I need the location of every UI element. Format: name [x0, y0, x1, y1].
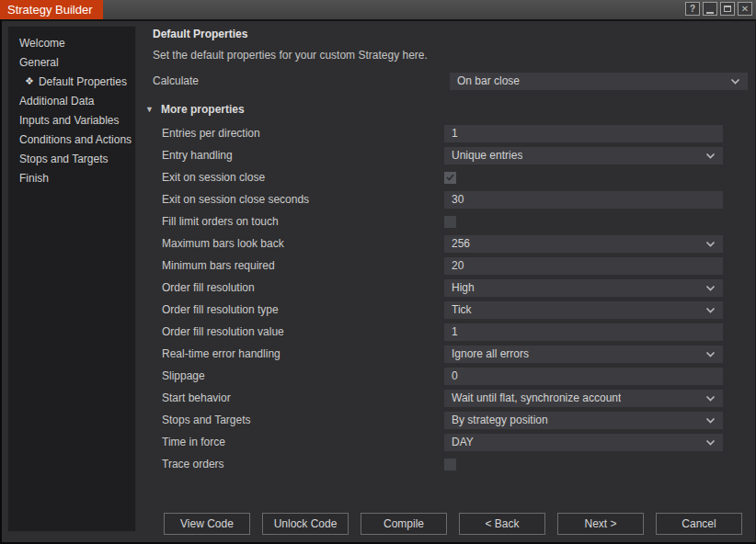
close-button[interactable]: ✕: [738, 2, 752, 16]
sidebar-item-label: Welcome: [19, 37, 65, 50]
maximum-bars-look-back-select[interactable]: 256: [444, 235, 723, 253]
order-fill-resolution-select[interactable]: High: [444, 279, 723, 297]
property-label: Entries per direction: [153, 127, 444, 140]
property-row: Real-time error handlingIgnore all error…: [153, 343, 748, 365]
sidebar-item-label: Inputs and Variables: [19, 114, 120, 127]
minimum-bars-required-input[interactable]: [444, 257, 723, 275]
property-row: Order fill resolutionHigh: [153, 277, 748, 299]
property-label: Order fill resolution type: [153, 303, 444, 316]
entry-handling-select[interactable]: Unique entries: [444, 147, 723, 164]
time-in-force-select[interactable]: DAY: [444, 434, 723, 451]
property-row: Order fill resolution value: [153, 321, 748, 343]
property-label: Trace orders: [153, 458, 444, 470]
sidebar-item-label: Default Properties: [39, 75, 127, 88]
property-row: Slippage: [153, 365, 748, 387]
property-row: Fill limit orders on touch: [153, 210, 748, 232]
footer-buttons: View CodeUnlock CodeCompile< BackNext >C…: [164, 513, 742, 535]
property-row: Minimum bars required: [153, 255, 748, 277]
select-value: Wait until flat, synchronize account: [452, 391, 621, 404]
minimize-icon: [706, 12, 714, 14]
property-label: Real-time error handling: [153, 347, 444, 360]
select-value: 256: [452, 237, 470, 250]
page-title: Default Properties: [153, 28, 748, 40]
entries-per-direction-input[interactable]: [444, 125, 723, 142]
main-panel: Default Properties Set the default prope…: [153, 27, 748, 475]
order-fill-resolution-value-input[interactable]: [444, 323, 723, 341]
property-label: Fill limit orders on touch: [153, 215, 444, 228]
window-body: WelcomeGeneral❖Default PropertiesAdditio…: [0, 19, 756, 544]
chevron-down-icon: [705, 417, 716, 424]
property-label: Order fill resolution: [153, 281, 444, 294]
chevron-down-icon: [705, 307, 716, 313]
chevron-down-icon: [705, 285, 716, 291]
section-label: More properties: [161, 103, 245, 116]
property-label: Minimum bars required: [153, 259, 444, 272]
property-label: Exit on session close: [153, 171, 444, 184]
unlock-code-button[interactable]: Unlock Code: [262, 513, 349, 535]
property-row: Start behaviorWait until flat, synchroni…: [153, 387, 748, 409]
property-row: Maximum bars look back256: [153, 232, 748, 255]
maximize-button[interactable]: [720, 2, 735, 16]
property-label: Slippage: [153, 369, 444, 382]
property-row: Exit on session close seconds: [153, 188, 748, 210]
close-icon: ✕: [741, 5, 749, 14]
more-properties-expander[interactable]: ▼ More properties: [145, 101, 748, 118]
stops-and-targets-select[interactable]: By strategy position: [444, 412, 723, 429]
chevron-down-icon: [705, 439, 716, 446]
back-button[interactable]: < Back: [459, 513, 545, 535]
strategy-builder-window: { "window": { "title": "Strategy Builder…: [0, 0, 756, 544]
slippage-input[interactable]: [444, 368, 723, 385]
window-title: Strategy Builder: [0, 0, 103, 19]
minimize-button[interactable]: [703, 2, 717, 16]
view-code-button[interactable]: View Code: [164, 513, 250, 535]
sidebar-item-stops-and-targets[interactable]: Stops and Targets: [8, 149, 135, 168]
sidebar-item-finish[interactable]: Finish: [8, 168, 135, 187]
active-page-marker-icon: ❖: [25, 75, 34, 87]
exit-on-session-close-checkbox[interactable]: [444, 172, 456, 184]
real-time-error-handling-select[interactable]: Ignore all errors: [444, 346, 723, 363]
sidebar-item-default-properties[interactable]: ❖Default Properties: [8, 72, 135, 91]
property-label: Entry handling: [153, 149, 444, 162]
exit-on-session-close-seconds-input[interactable]: [444, 191, 723, 209]
property-label: Exit on session close seconds: [153, 193, 444, 206]
fill-limit-orders-on-touch-checkbox[interactable]: [444, 216, 456, 228]
cancel-button[interactable]: Cancel: [656, 513, 742, 535]
sidebar-item-label: Finish: [19, 172, 49, 185]
window-controls: ?✕: [685, 2, 752, 16]
sidebar-item-general[interactable]: General: [8, 52, 135, 72]
chevron-down-icon: [705, 153, 716, 159]
help-icon: ?: [690, 5, 695, 14]
compile-button[interactable]: Compile: [361, 513, 447, 535]
sidebar-item-label: Conditions and Actions: [19, 133, 132, 146]
property-row: Time in forceDAY: [153, 431, 748, 453]
property-row: Exit on session close: [153, 166, 748, 188]
next-button[interactable]: Next >: [557, 513, 644, 535]
triangle-down-icon: ▼: [145, 105, 156, 114]
sidebar-item-additional-data[interactable]: Additional Data: [8, 91, 135, 110]
property-label: Time in force: [153, 436, 444, 448]
property-row: Order fill resolution typeTick: [153, 299, 748, 321]
property-row: Trace orders: [153, 453, 748, 475]
property-row: Entry handlingUnique entries: [153, 144, 748, 166]
property-label: Maximum bars look back: [153, 237, 444, 250]
start-behavior-select[interactable]: Wait until flat, synchronize account: [444, 390, 723, 407]
calculate-row: Calculate On bar close: [153, 72, 748, 90]
calculate-value: On bar close: [457, 74, 520, 87]
order-fill-resolution-type-select[interactable]: Tick: [444, 301, 723, 319]
help-button[interactable]: ?: [685, 2, 700, 16]
sidebar-item-label: Stops and Targets: [19, 153, 109, 165]
trace-orders-checkbox[interactable]: [444, 459, 456, 470]
select-value: Ignore all errors: [452, 347, 529, 360]
sidebar-item-label: General: [19, 56, 59, 69]
sidebar-item-welcome[interactable]: Welcome: [8, 33, 135, 52]
select-value: High: [452, 281, 475, 294]
sidebar-item-conditions-and-actions[interactable]: Conditions and Actions: [8, 130, 135, 149]
select-value: Tick: [452, 303, 472, 316]
select-value: By strategy position: [452, 414, 548, 426]
calculate-select[interactable]: On bar close: [450, 73, 748, 90]
chevron-down-icon: [730, 78, 740, 85]
sidebar-item-inputs-and-variables[interactable]: Inputs and Variables: [8, 110, 135, 130]
property-row: Stops and TargetsBy strategy position: [153, 409, 748, 431]
check-icon: [446, 174, 454, 181]
chevron-down-icon: [705, 241, 716, 247]
